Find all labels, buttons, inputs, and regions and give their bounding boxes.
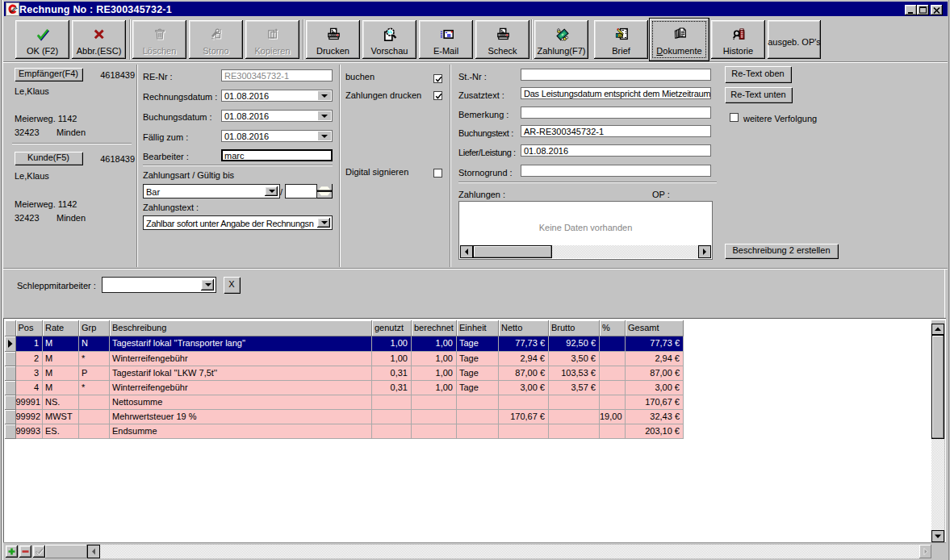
zahlungstext-combo[interactable]: Zahlbar sofort unter Angabe der Rechnung… [143, 215, 333, 230]
grid-cell-0-9[interactable] [600, 336, 626, 351]
bemerkung-field[interactable] [521, 107, 711, 119]
toolbar-button-print[interactable]: Drucken [306, 20, 360, 59]
grid-cell-5-5[interactable] [412, 410, 457, 424]
grid-scroll-up-icon[interactable] [931, 324, 944, 335]
grid-row-selector-6[interactable] [5, 424, 16, 439]
grid-cell-5-1[interactable]: MWST [43, 410, 79, 424]
schleppmitarbeiter-clear-button[interactable]: X [224, 277, 240, 293]
grid-cell-4-4[interactable] [372, 395, 412, 410]
grid-header-3[interactable]: Beschreibung [110, 320, 372, 337]
grid-row-selector-2[interactable] [5, 366, 16, 381]
grid-cell-6-7[interactable] [499, 424, 549, 439]
toolbar-button-zahlung[interactable]: Zahlung(F7) [534, 20, 588, 59]
grid-cell-4-9[interactable] [600, 395, 626, 410]
grid-cell-3-5[interactable]: 1,00 [412, 381, 457, 395]
grid-cell-2-6[interactable]: Tage [457, 366, 499, 381]
grid-cell-4-2[interactable] [79, 395, 110, 410]
grid-cell-2-2[interactable]: P [79, 366, 110, 381]
grid-cell-6-8[interactable] [549, 424, 600, 439]
toolbar-button-cancel[interactable]: Abbr.(ESC) [72, 20, 126, 59]
grid-cell-1-2[interactable]: * [79, 352, 110, 366]
grid-cell-2-5[interactable]: 1,00 [412, 366, 457, 381]
grid-cell-5-10[interactable]: 32,43 € [626, 410, 684, 424]
toolbar-button-brief[interactable]: Brief [594, 20, 648, 59]
grid-cell-5-2[interactable] [79, 410, 110, 424]
grid-cell-6-4[interactable] [372, 424, 412, 439]
grid-cell-0-2[interactable]: N [79, 336, 110, 351]
grid-header-7[interactable]: Netto [499, 320, 549, 337]
grid-cell-1-3[interactable]: Winterreifengebühr [110, 352, 372, 366]
grid-cell-6-3[interactable]: Endsumme [110, 424, 372, 439]
grid-cell-6-2[interactable] [79, 424, 110, 439]
grid-cell-4-8[interactable] [549, 395, 600, 410]
grid-cell-1-0[interactable]: 2 [16, 352, 44, 366]
grid-cell-2-10[interactable]: 87,00 € [626, 366, 684, 381]
grid-vscrollbar[interactable] [931, 320, 945, 542]
gueltig-bis-spinner[interactable] [317, 184, 333, 199]
grid-cell-5-0[interactable]: 99992 [16, 410, 44, 424]
grid-cell-6-5[interactable] [412, 424, 457, 439]
grid-cell-3-10[interactable]: 3,00 € [626, 381, 684, 395]
grid-cell-3-3[interactable]: Winterreifengebühr [110, 381, 372, 395]
zahlungstext-dropdown-icon[interactable] [317, 218, 330, 228]
re-nr-field[interactable]: RE300345732-1 [221, 69, 333, 81]
grid-cell-1-1[interactable]: M [43, 352, 79, 366]
st-nr-field[interactable] [521, 69, 711, 81]
toolbar-button-delete[interactable]: Löschen [132, 20, 186, 59]
beschreibung2-button[interactable]: Beschreibung 2 erstellen [725, 244, 838, 258]
grid-row-selector-0[interactable] [5, 336, 16, 351]
grid-cell-6-0[interactable]: 99993 [16, 424, 44, 439]
grid-cell-5-3[interactable]: Mehrwertsteuer 19 % [110, 410, 372, 424]
grid-cell-0-5[interactable]: 1,00 [412, 336, 457, 351]
payments-scroll-left-icon[interactable] [460, 245, 473, 258]
toolbar-button-email[interactable]: E-Mail [419, 20, 473, 59]
grid-cell-2-8[interactable]: 103,53 € [549, 366, 600, 381]
grid-header-8[interactable]: Brutto [549, 320, 600, 337]
toolbar-button-copy[interactable]: Kopieren [245, 20, 299, 59]
grid-header-10[interactable]: Gesamt [626, 320, 684, 337]
grid-cell-0-0[interactable]: 1 [16, 336, 44, 351]
grid-cell-0-7[interactable]: 77,73 € [499, 336, 549, 351]
grid-scroll-thumb[interactable] [931, 335, 944, 439]
faellig-dropdown-icon[interactable] [318, 132, 331, 140]
grid-header-4[interactable]: genutzt [372, 320, 412, 337]
grid-cell-2-9[interactable] [600, 366, 626, 381]
liefer-field[interactable]: 01.08.2016 [521, 144, 711, 157]
payments-scroll-thumb[interactable] [473, 245, 552, 258]
grid-header-5[interactable]: berechnet [412, 320, 457, 337]
grid-cell-6-1[interactable]: ES. [43, 424, 79, 439]
grid-add-row-button[interactable] [6, 545, 18, 558]
grid-scroll-right-icon[interactable] [919, 545, 931, 558]
zusatztext-field[interactable]: Das Leistungsdatum entspricht dem Mietze… [521, 87, 711, 99]
grid-header-9[interactable]: % [600, 320, 626, 337]
rechnungsdatum-field[interactable]: 01.08.2016 [221, 90, 333, 102]
buchungsdatum-field[interactable]: 01.08.2016 [221, 110, 333, 122]
grid-row-selector-4[interactable] [5, 395, 16, 410]
close-button[interactable] [931, 5, 943, 15]
zahlungsart-combo[interactable]: Bar [143, 184, 280, 199]
grid-cell-4-0[interactable]: 99991 [16, 395, 44, 410]
buchen-checkbox[interactable] [433, 74, 442, 83]
title-bar[interactable]: rent Rechnung No : RE300345732-1 [4, 2, 948, 16]
grid-cell-4-10[interactable]: 170,67 € [626, 395, 684, 410]
grid-cell-1-8[interactable]: 3,50 € [549, 352, 600, 366]
schleppmitarbeiter-combo[interactable] [102, 277, 216, 293]
gueltig-bis-field[interactable] [285, 184, 317, 199]
grid-cell-5-9[interactable]: 19,00 [600, 410, 626, 424]
toolbar-button-historie[interactable]: Historie [711, 20, 765, 59]
grid-cell-0-10[interactable]: 77,73 € [626, 336, 684, 351]
grid-cell-3-0[interactable]: 4 [16, 381, 44, 395]
grid-cell-3-9[interactable] [600, 381, 626, 395]
grid-cell-0-8[interactable]: 92,50 € [549, 336, 600, 351]
grid-cell-0-1[interactable]: M [43, 336, 79, 351]
grid-header-1[interactable]: Rate [43, 320, 79, 337]
grid-cell-5-7[interactable]: 170,67 € [499, 410, 549, 424]
stornogrund-field[interactable] [521, 165, 711, 177]
retext-unten-button[interactable]: Re-Text unten [725, 87, 792, 102]
rechnungsdatum-dropdown-icon[interactable] [318, 91, 331, 100]
grid-cell-1-9[interactable] [600, 352, 626, 366]
grid-cell-0-4[interactable]: 1,00 [372, 336, 412, 351]
grid-cell-4-3[interactable]: Nettosumme [110, 395, 372, 410]
empfaenger-button[interactable]: Empfänger(F4) [15, 68, 82, 81]
grid-header-2[interactable]: Grp [79, 320, 110, 337]
